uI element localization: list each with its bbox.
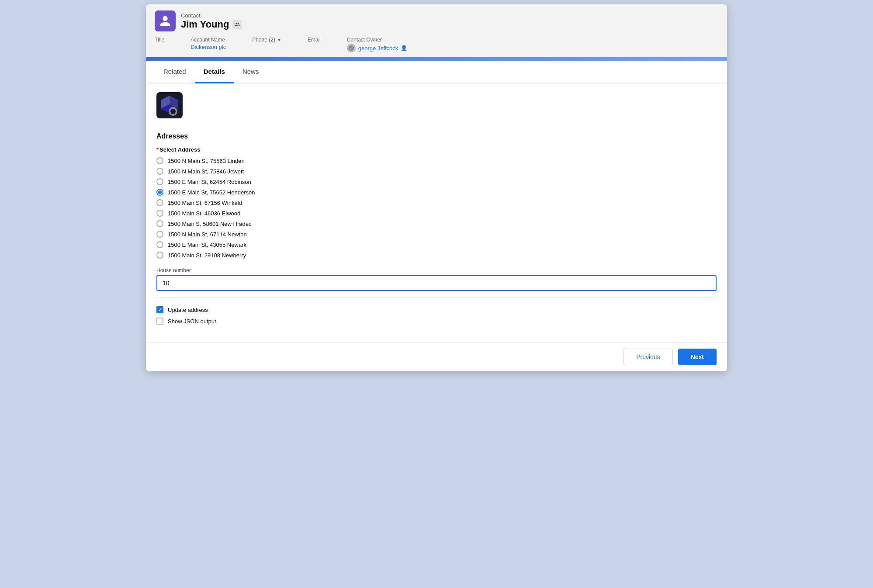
contact-icon <box>155 10 176 31</box>
radio-button[interactable] <box>156 252 163 259</box>
address-radio-item[interactable]: 1500 Main St, 46036 Elwood <box>156 210 717 217</box>
address-radio-item[interactable]: 1500 Main St, 29108 Newberry <box>156 252 717 259</box>
address-text: 1500 Main St, 29108 Newberry <box>168 252 246 259</box>
radio-button[interactable] <box>156 168 163 175</box>
next-button[interactable]: Next <box>678 349 717 365</box>
phone-chevron-icon[interactable]: ▼ <box>277 38 281 42</box>
address-text: 1500 N Main St, 75563 Linden <box>168 158 245 164</box>
radio-button[interactable] <box>156 220 163 227</box>
house-number-label: House number <box>156 267 717 273</box>
address-text: 1500 E Main St, 75652 Henderson <box>168 189 255 196</box>
address-radio-item[interactable]: 1500 N Main St, 67114 Newton <box>156 231 717 238</box>
address-text: 1500 Main St, 67156 Winfield <box>168 200 242 206</box>
radio-button[interactable] <box>156 189 163 196</box>
address-radio-item[interactable]: 1500 E Main St, 75652 Henderson <box>156 189 717 196</box>
address-text: 1500 Main St, 46036 Elwood <box>168 210 240 217</box>
checkbox-group: ✓Update addressShow JSON output <box>156 306 717 325</box>
radio-button[interactable] <box>156 210 163 217</box>
address-radio-item[interactable]: 1500 Main S, 58601 New Hradec <box>156 220 717 227</box>
previous-button[interactable]: Previous <box>624 349 672 365</box>
address-text: 1500 N Main St, 75846 Jewett <box>168 168 244 175</box>
owner-edit-icon[interactable]: 👤 <box>401 45 407 51</box>
svg-rect-8 <box>169 111 170 112</box>
account-name-value[interactable]: Dickenson plc <box>191 44 226 50</box>
owner-name[interactable]: george Jeffcock <box>358 45 398 52</box>
svg-rect-9 <box>176 111 177 112</box>
address-text: 1500 E Main St, 43055 Newark <box>168 242 246 248</box>
phone-label: Phone (2) <box>252 37 275 43</box>
checkbox-item[interactable]: ✓Update address <box>156 306 717 313</box>
radio-button[interactable] <box>156 199 163 206</box>
record-type-label: Contact <box>181 12 242 19</box>
tab-related[interactable]: Related <box>155 61 195 83</box>
svg-rect-7 <box>172 114 174 116</box>
address-text: 1500 Main S, 58601 New Hradec <box>168 221 252 227</box>
required-star: * <box>156 146 159 153</box>
address-radio-group: 1500 N Main St, 75563 Linden1500 N Main … <box>156 157 717 259</box>
house-number-input[interactable] <box>156 275 717 291</box>
section-title: Adresses <box>156 132 717 140</box>
address-text: 1500 N Main St, 67114 Newton <box>168 231 247 238</box>
checkbox-label: Update address <box>168 307 208 313</box>
title-label: Title <box>155 37 164 43</box>
address-radio-item[interactable]: 1500 N Main St, 75563 Linden <box>156 157 717 164</box>
address-radio-item[interactable]: 1500 E Main St, 62454 Robinson <box>156 178 717 185</box>
checkbox-item[interactable]: Show JSON output <box>156 318 717 325</box>
tab-details[interactable]: Details <box>195 61 234 83</box>
footer: Previous Next <box>146 342 727 371</box>
checkbox-box[interactable]: ✓ <box>156 306 163 313</box>
app-icon <box>156 92 183 118</box>
email-label: Email <box>308 37 321 43</box>
radio-button[interactable] <box>156 241 163 248</box>
radio-button[interactable] <box>156 178 163 185</box>
address-text: 1500 E Main St, 62454 Robinson <box>168 179 251 185</box>
address-radio-item[interactable]: 1500 N Main St, 75846 Jewett <box>156 168 717 175</box>
radio-button[interactable] <box>156 231 163 238</box>
select-address-label: *Select Address <box>156 146 717 153</box>
owner-label: Contact Owner <box>347 37 408 43</box>
address-radio-item[interactable]: 1500 E Main St, 43055 Newark <box>156 241 717 248</box>
account-name-label: Account Name <box>191 37 226 43</box>
tab-news[interactable]: News <box>234 61 268 83</box>
org-icon[interactable] <box>232 20 242 29</box>
contact-name: Jim Young <box>181 19 229 30</box>
checkbox-label: Show JSON output <box>168 318 216 325</box>
tab-bar: Related Details News <box>146 61 727 83</box>
radio-button[interactable] <box>156 157 163 164</box>
owner-avatar <box>347 44 356 52</box>
divider <box>156 297 717 297</box>
checkbox-box[interactable] <box>156 318 163 325</box>
decorative-bar <box>146 57 727 61</box>
address-radio-item[interactable]: 1500 Main St, 67156 Winfield <box>156 199 717 206</box>
svg-point-5 <box>170 109 176 114</box>
svg-rect-6 <box>172 107 174 109</box>
